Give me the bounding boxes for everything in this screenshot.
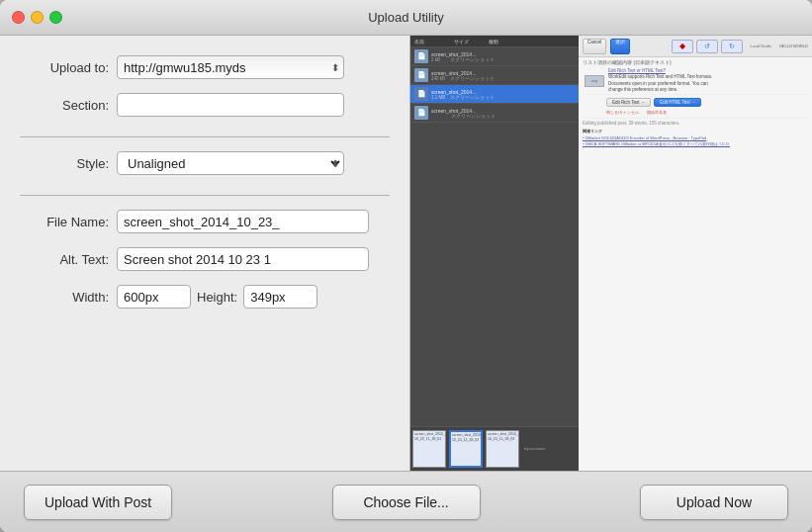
height-label: Height: xyxy=(197,290,237,305)
main-content: Upload to: http://gmwu185.myds Section: … xyxy=(0,36,812,471)
style-row: Style: Unaligned Left Right Center xyxy=(20,151,390,175)
width-label: Width: xyxy=(20,290,109,305)
file-item-4[interactable]: 📄 screen_shot_2014... スクリーンショット xyxy=(410,104,579,123)
preview-area: 名前 サイズ 種類 📄 screen_shot_2014... 2 kB スクリ… xyxy=(410,36,812,471)
preview-browser-content: Cancel 選択 ◆ ↺ ↻ Local Drafts HELLO WORLD xyxy=(579,36,812,471)
upload-to-select[interactable]: http://gmwu185.myds xyxy=(117,55,344,79)
list-row-1: img Edit Rich Text or HTML Text? WorkEdi… xyxy=(583,67,808,95)
alttext-row: Alt. Text: xyxy=(20,247,390,271)
section-row: Section: xyxy=(20,93,390,117)
style-label: Style: xyxy=(20,156,109,171)
upload-with-post-button[interactable]: Upload With Post xyxy=(24,485,172,520)
titlebar: Upload Utility xyxy=(0,0,812,36)
maximize-button[interactable] xyxy=(49,11,62,24)
choose-file-button[interactable]: Choose File... xyxy=(332,485,481,520)
window-title: Upload Utility xyxy=(368,10,444,25)
traffic-lights xyxy=(12,11,62,24)
file-item-2[interactable]: 📄 screen_shot_2014... 240 kB スクリーンショット xyxy=(410,66,579,85)
alttext-label: Alt. Text: xyxy=(20,252,109,267)
upload-to-select-wrapper: http://gmwu185.myds xyxy=(117,55,344,79)
divider-1 xyxy=(20,136,390,137)
left-panel: Upload to: http://gmwu185.myds Section: … xyxy=(0,36,410,471)
filename-row: File Name: xyxy=(20,210,390,233)
file-item-1[interactable]: 📄 screen_shot_2014... 2 kB スクリーンショット xyxy=(410,47,579,66)
preview-file-list: 名前 サイズ 種類 📄 screen_shot_2014... 2 kB スクリ… xyxy=(410,36,579,471)
size-input-group: Height: xyxy=(117,285,317,309)
style-select-wrapper: Unaligned Left Right Center xyxy=(117,151,344,175)
bottom-bar: Upload With Post Choose File... Upload N… xyxy=(0,471,812,532)
upload-to-label: Upload to: xyxy=(20,60,109,75)
width-input[interactable] xyxy=(117,285,191,309)
main-window: Upload Utility Upload to: http://gmwu185… xyxy=(0,0,812,532)
minimize-button[interactable] xyxy=(31,11,44,24)
right-panel: 名前 サイズ 種類 📄 screen_shot_2014... 2 kB スクリ… xyxy=(410,36,812,471)
center-buttons: Choose File... xyxy=(332,485,481,520)
divider-2 xyxy=(20,195,390,196)
size-row: Width: Height: xyxy=(20,285,390,309)
style-select[interactable]: Unaligned Left Right Center xyxy=(117,151,344,175)
filename-input[interactable] xyxy=(117,210,369,233)
alttext-input[interactable] xyxy=(117,247,369,271)
height-input[interactable] xyxy=(243,285,317,309)
preview-toolbar: Cancel 選択 ◆ ↺ ↻ Local Drafts HELLO WORLD xyxy=(579,36,812,57)
upload-to-row: Upload to: http://gmwu185.myds xyxy=(20,55,390,79)
preview-list: リスト項目の確認内容 (日本語テキスト) img Edit Rich Text … xyxy=(579,57,812,148)
filename-label: File Name: xyxy=(20,215,109,229)
upload-now-button[interactable]: Upload Now xyxy=(640,485,788,520)
file-item-3[interactable]: 📄 screen_shot_2014... 1.1 MB スクリーンショット xyxy=(410,85,579,104)
section-label: Section: xyxy=(20,98,109,113)
close-button[interactable] xyxy=(12,11,25,24)
section-input[interactable] xyxy=(117,93,344,117)
